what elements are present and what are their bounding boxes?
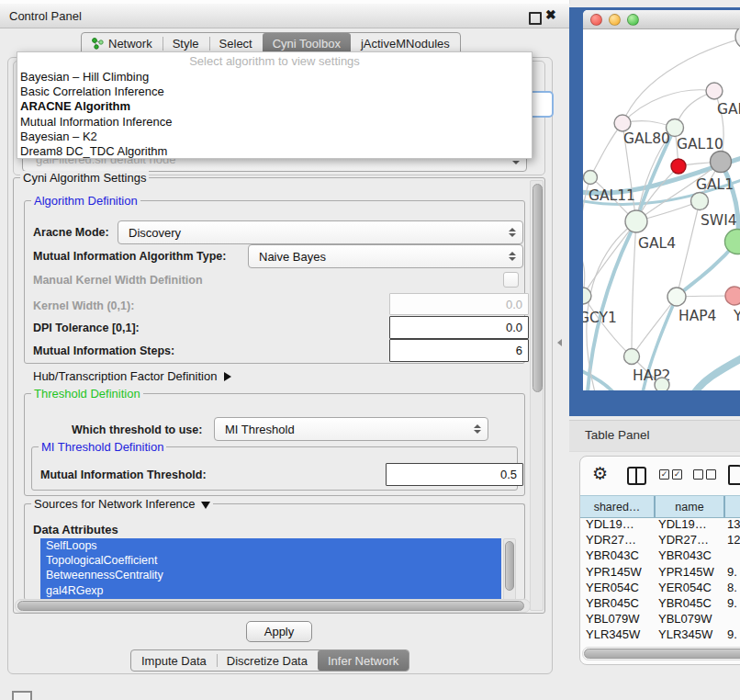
table-panel-box: ⚙ ✓ ✓ shared… name YDL19… YDL19… 13 YDR2…	[579, 456, 740, 665]
network-node-label: GAL10	[677, 136, 723, 152]
network-node-label: GAL	[717, 101, 740, 118]
gear-icon[interactable]: ⚙	[592, 463, 608, 484]
network-node[interactable]	[735, 28, 740, 49]
splitter-handle[interactable]	[557, 339, 562, 346]
algorithm-list: Bayesian – Hill ClimbingBasic Correlatio…	[17, 70, 532, 159]
combo-arrows-icon	[509, 252, 515, 261]
document-icon[interactable]	[728, 465, 740, 485]
settings-hscrollbar[interactable]	[15, 599, 531, 613]
algorithm-option[interactable]: ARACNE Algorithm	[17, 99, 532, 114]
manual-kernel-width-checkbox[interactable]	[503, 272, 519, 288]
algorithm-dropdown-popup: Select algorithm to view settings Bayesi…	[17, 51, 533, 159]
network-node[interactable]	[583, 288, 591, 304]
column-header-shared[interactable]: shared…	[580, 496, 654, 517]
attribute-item[interactable]: BetweennessCentrality	[40, 568, 501, 582]
zoom-window-icon[interactable]	[627, 14, 639, 26]
network-node-label: GAL1	[696, 176, 734, 193]
settings-hscrollbar-thumb[interactable]	[17, 601, 524, 611]
network-node-label: GAL11	[589, 187, 635, 204]
tab-infer-network[interactable]: Infer Network	[318, 650, 409, 671]
mi-steps-input[interactable]: 6	[389, 339, 529, 362]
threshold-definition-legend: Threshold Definition	[31, 387, 143, 401]
network-node[interactable]	[667, 288, 686, 306]
table-row[interactable]: YBL079W YBL079W	[580, 611, 740, 627]
column-layout-icon[interactable]	[627, 467, 646, 485]
table-row[interactable]: YBR043C YBR043C	[580, 548, 740, 563]
network-node[interactable]	[614, 115, 631, 131]
data-attributes-list[interactable]: SelfLoopsTopologicalCoefficientBetweenne…	[40, 538, 501, 599]
cyni-settings-legend: Cyni Algorithm Settings	[20, 171, 149, 185]
table-panel-header: Table Panel	[569, 420, 740, 452]
manual-kernel-width-label: Manual Kernel Width Definition	[33, 274, 203, 287]
mi-algorithm-type-combobox[interactable]: Naive Bayes	[248, 244, 523, 268]
network-node[interactable]	[624, 349, 640, 365]
tab-impute-data[interactable]: Impute Data	[131, 650, 217, 671]
dpi-tolerance-label: DPI Tolerance [0,1]:	[33, 322, 140, 334]
docked-panel-icon[interactable]	[12, 691, 32, 700]
tab-discretize-data[interactable]: Discretize Data	[217, 650, 318, 671]
select-all-checkbox-icon2[interactable]: ✓	[672, 469, 682, 480]
table-row[interactable]: YIL053C YIL053C 9.	[580, 643, 740, 647]
network-node[interactable]	[584, 171, 598, 185]
mi-threshold-input[interactable]: 0.5	[386, 463, 523, 486]
network-node-label: SWI4	[701, 212, 737, 229]
network-node[interactable]	[725, 287, 740, 305]
minimize-window-icon[interactable]	[609, 14, 621, 26]
close-window-icon[interactable]	[590, 14, 602, 26]
combo-arrows-icon	[509, 228, 515, 237]
deselect-checkbox-icon2[interactable]	[706, 469, 716, 480]
hub-definition-section[interactable]: Hub/Transcription Factor Definition	[33, 369, 231, 383]
attribute-item[interactable]: SelfLoops	[40, 538, 501, 553]
network-node-label: GAL80	[623, 130, 670, 147]
table-row[interactable]: YDR27… YDR27… 12	[580, 532, 740, 548]
network-canvas[interactable]: GALGAL80GAL10GAL1GAL11SWI4GAL4GCY1HAP4YH…	[583, 28, 740, 390]
combo-arrows-icon	[474, 424, 480, 434]
algorithm-option[interactable]: Bayesian – Hill Climbing	[17, 70, 532, 85]
settings-vscrollbar-thumb[interactable]	[533, 184, 543, 392]
network-node[interactable]	[706, 83, 723, 99]
algorithm-option[interactable]: Dream8 DC_TDC Algorithm	[17, 144, 532, 159]
data-attributes-label: Data Attributes	[33, 523, 118, 536]
algorithm-option[interactable]: Mutual Information Inference	[17, 115, 532, 130]
network-node[interactable]	[711, 152, 732, 173]
network-node[interactable]	[691, 193, 709, 210]
attributes-scrollbar-thumb[interactable]	[505, 541, 514, 591]
algorithm-option[interactable]: Basic Correlation Inference	[17, 85, 532, 99]
table-row[interactable]: YDL19… YDL19… 13	[580, 516, 740, 532]
network-icon	[92, 38, 104, 50]
settings-vscrollbar[interactable]	[530, 180, 544, 611]
panel-title: Control Panel	[9, 9, 82, 23]
apply-button[interactable]: Apply	[246, 621, 312, 642]
table-row[interactable]: YPR145W YPR145W 9.	[580, 564, 740, 580]
attribute-item[interactable]: TopologicalCoefficient	[40, 553, 501, 568]
table-row[interactable]: YBR045C YBR045C 9.	[580, 595, 740, 611]
close-panel-icon[interactable]: ✖	[545, 7, 556, 22]
select-all-checkbox-icon[interactable]: ✓	[659, 469, 669, 480]
algorithm-option[interactable]: Bayesian – K2	[17, 130, 532, 144]
network-node[interactable]	[655, 378, 669, 390]
column-header-name[interactable]: name	[654, 496, 723, 517]
float-panel-icon[interactable]	[529, 12, 542, 25]
attributes-scrollbar[interactable]	[503, 538, 516, 601]
kernel-width-input[interactable]: 0.0	[389, 293, 529, 315]
network-node[interactable]	[671, 159, 686, 174]
table-toolbar: ⚙ ✓ ✓	[580, 457, 740, 495]
table-hscrollbar[interactable]	[582, 647, 740, 660]
network-node-label: GAL4	[638, 235, 676, 252]
table-row[interactable]: YLR345W YLR345W 9.	[580, 627, 740, 642]
table-hscrollbar-thumb[interactable]	[584, 649, 740, 659]
table-header-row: shared… name	[580, 495, 740, 518]
expand-right-icon[interactable]	[224, 372, 231, 381]
aracne-mode-combobox[interactable]: Discovery	[118, 220, 523, 244]
deselect-checkbox-icon[interactable]	[693, 469, 703, 480]
dropdown-placeholder: Select algorithm to view settings	[17, 52, 532, 70]
attribute-item[interactable]: gal4RGexp	[40, 583, 501, 598]
network-node[interactable]	[667, 119, 684, 137]
column-header-extra[interactable]	[723, 496, 740, 517]
collapse-down-icon[interactable]	[201, 502, 210, 509]
control-panel-titlebar: Control Panel ✖	[0, 4, 569, 28]
dpi-tolerance-input[interactable]: 0.0	[389, 316, 529, 339]
which-threshold-combobox[interactable]: MI Threshold	[214, 417, 488, 441]
network-node[interactable]	[625, 210, 647, 232]
table-row[interactable]: YER054C YER054C 8.	[580, 580, 740, 595]
